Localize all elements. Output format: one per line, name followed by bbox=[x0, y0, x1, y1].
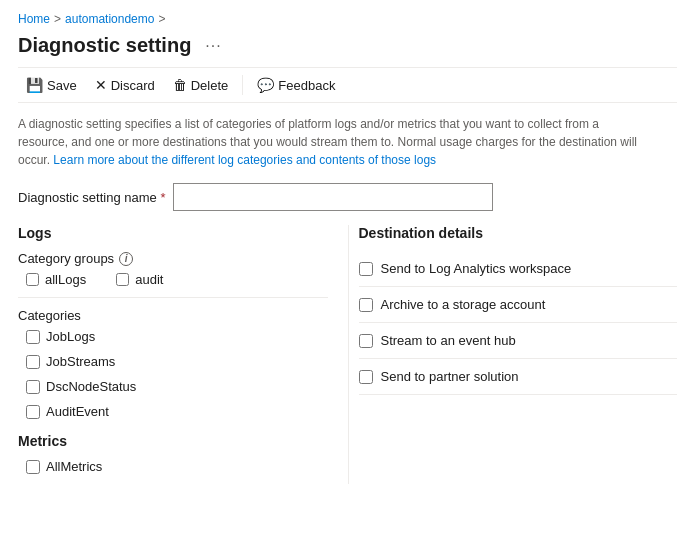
page-title-row: Diagnostic setting ··· bbox=[18, 34, 677, 57]
main-grid: Logs Category groups i allLogs audit Cat… bbox=[18, 225, 677, 484]
alllogs-checkbox-item: allLogs bbox=[26, 272, 86, 287]
event-hub-label[interactable]: Stream to an event hub bbox=[381, 333, 516, 348]
feedback-icon: 💬 bbox=[257, 77, 274, 93]
log-analytics-dest-item: Send to Log Analytics workspace bbox=[359, 251, 678, 287]
diagnostic-setting-name-label: Diagnostic setting name * bbox=[18, 190, 165, 205]
event-hub-dest-item: Stream to an event hub bbox=[359, 323, 678, 359]
auditevent-label[interactable]: AuditEvent bbox=[46, 404, 109, 419]
jobstreams-checkbox[interactable] bbox=[26, 355, 40, 369]
category-groups-label: Category groups i bbox=[18, 251, 328, 266]
audit-checkbox-item: audit bbox=[116, 272, 163, 287]
audit-checkbox[interactable] bbox=[116, 273, 129, 286]
storage-account-label[interactable]: Archive to a storage account bbox=[381, 297, 546, 312]
save-icon: 💾 bbox=[26, 77, 43, 93]
toolbar-separator bbox=[242, 75, 243, 95]
categories-label: Categories bbox=[18, 308, 328, 323]
required-marker: * bbox=[160, 190, 165, 205]
partner-solution-checkbox[interactable] bbox=[359, 370, 373, 384]
allmetrics-checkbox[interactable] bbox=[26, 460, 40, 474]
logs-section-title: Logs bbox=[18, 225, 328, 241]
diagnostic-setting-name-input[interactable] bbox=[173, 183, 493, 211]
feedback-button[interactable]: 💬 Feedback bbox=[249, 73, 343, 97]
breadcrumb-sep2: > bbox=[158, 12, 165, 26]
joblogs-row: JobLogs bbox=[18, 329, 328, 344]
storage-account-checkbox[interactable] bbox=[359, 298, 373, 312]
delete-label: Delete bbox=[191, 78, 229, 93]
logs-divider bbox=[18, 297, 328, 298]
delete-button[interactable]: 🗑 Delete bbox=[165, 73, 237, 97]
breadcrumb-automationdemo[interactable]: automationdemo bbox=[65, 12, 154, 26]
storage-account-dest-item: Archive to a storage account bbox=[359, 287, 678, 323]
destination-section: Destination details Send to Log Analytic… bbox=[348, 225, 678, 484]
allmetrics-row: AllMetrics bbox=[18, 459, 328, 474]
allmetrics-label[interactable]: AllMetrics bbox=[46, 459, 102, 474]
auditevent-row: AuditEvent bbox=[18, 404, 328, 419]
dscnodestatus-checkbox[interactable] bbox=[26, 380, 40, 394]
joblogs-label[interactable]: JobLogs bbox=[46, 329, 95, 344]
destination-section-title: Destination details bbox=[359, 225, 678, 241]
diagnostic-setting-name-row: Diagnostic setting name * bbox=[18, 183, 677, 211]
jobstreams-row: JobStreams bbox=[18, 354, 328, 369]
ellipsis-button[interactable]: ··· bbox=[201, 35, 225, 57]
joblogs-checkbox[interactable] bbox=[26, 330, 40, 344]
learn-more-link[interactable]: Learn more about the different log categ… bbox=[53, 153, 436, 167]
discard-button[interactable]: ✕ Discard bbox=[87, 73, 163, 97]
page-title: Diagnostic setting bbox=[18, 34, 191, 57]
log-analytics-label[interactable]: Send to Log Analytics workspace bbox=[381, 261, 572, 276]
event-hub-checkbox[interactable] bbox=[359, 334, 373, 348]
breadcrumb-home[interactable]: Home bbox=[18, 12, 50, 26]
log-analytics-checkbox[interactable] bbox=[359, 262, 373, 276]
delete-icon: 🗑 bbox=[173, 77, 187, 93]
alllogs-label[interactable]: allLogs bbox=[45, 272, 86, 287]
description: A diagnostic setting specifies a list of… bbox=[18, 115, 638, 169]
breadcrumb: Home > automationdemo > bbox=[18, 12, 677, 26]
breadcrumb-sep1: > bbox=[54, 12, 61, 26]
save-label: Save bbox=[47, 78, 77, 93]
audit-label[interactable]: audit bbox=[135, 272, 163, 287]
metrics-section-title: Metrics bbox=[18, 433, 328, 449]
metrics-section: Metrics AllMetrics bbox=[18, 433, 328, 474]
jobstreams-label[interactable]: JobStreams bbox=[46, 354, 115, 369]
category-groups-info-icon[interactable]: i bbox=[119, 252, 133, 266]
auditevent-checkbox[interactable] bbox=[26, 405, 40, 419]
toolbar: 💾 Save ✕ Discard 🗑 Delete 💬 Feedback bbox=[18, 67, 677, 103]
alllogs-checkbox[interactable] bbox=[26, 273, 39, 286]
feedback-label: Feedback bbox=[278, 78, 335, 93]
dscnodestatus-row: DscNodeStatus bbox=[18, 379, 328, 394]
partner-solution-dest-item: Send to partner solution bbox=[359, 359, 678, 395]
save-button[interactable]: 💾 Save bbox=[18, 73, 85, 97]
partner-solution-label[interactable]: Send to partner solution bbox=[381, 369, 519, 384]
category-groups-row: allLogs audit bbox=[18, 272, 328, 287]
discard-icon: ✕ bbox=[95, 77, 107, 93]
dscnodestatus-label[interactable]: DscNodeStatus bbox=[46, 379, 136, 394]
logs-section: Logs Category groups i allLogs audit Cat… bbox=[18, 225, 348, 484]
discard-label: Discard bbox=[111, 78, 155, 93]
